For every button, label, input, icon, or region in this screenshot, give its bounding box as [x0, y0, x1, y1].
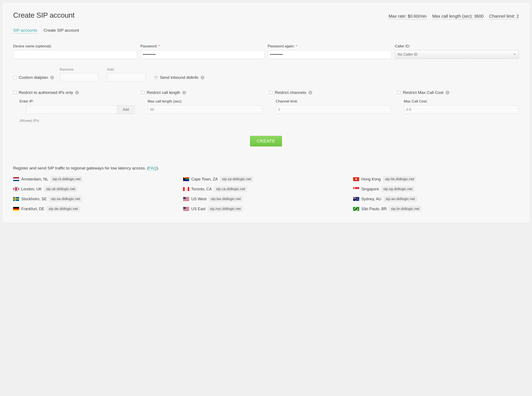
flag-icon [13, 177, 19, 181]
gateway-city: Toronto, CA [191, 187, 212, 192]
gateway-host: sip.za.didlogic.net [220, 176, 253, 182]
gateway-item: US Eastsip.nyc.didlogic.net [183, 206, 349, 212]
max-call-length: Max call length (sec): 3600 [432, 14, 484, 19]
page-title: Create SIP account [13, 11, 74, 19]
gateway-item: US Westsip.lax.didlogic.net [183, 196, 349, 202]
restrict-row: Restrict to authorised IPs only i Enter … [13, 90, 519, 123]
gateway-host: sip.lax.didlogic.net [209, 196, 243, 202]
gateway-host: sip.ca.didlogic.net [214, 186, 247, 192]
gateway-city: Sydney, AU [361, 197, 381, 201]
password-label: Password: * [140, 44, 264, 48]
gateway-host: sip.br.didlogic.net [389, 206, 421, 212]
enter-ip-label: Enter IP: [20, 99, 135, 104]
add-ip-button[interactable]: Add [117, 105, 135, 114]
header-row: Create SIP account Max rate: $0.60/min M… [13, 11, 519, 19]
flag-icon [183, 187, 189, 191]
max-call-cost-input[interactable] [404, 105, 519, 114]
gateway-city: Frankfurt, DE [21, 207, 44, 211]
send-didinfo-checkbox[interactable] [154, 76, 158, 79]
header-stats: Max rate: $0.60/min Max call length (sec… [389, 14, 519, 19]
info-icon[interactable]: i [75, 91, 79, 94]
gateway-grid: Amsterdam, NLsip.nl.didlogic.netCape Tow… [13, 176, 519, 212]
restrict-channels-checkbox[interactable] [269, 91, 273, 94]
dialplan-add-label: Add: [107, 67, 146, 72]
max-call-cost-label: Max Call Cost: [404, 99, 519, 104]
gateway-host: sip.de.didlogic.net [46, 206, 80, 212]
info-icon[interactable]: i [308, 91, 312, 94]
flag-icon [183, 197, 189, 201]
device-name-input[interactable] [13, 50, 137, 59]
gateway-item: Frankfurt, DEsip.de.didlogic.net [13, 206, 179, 212]
gateway-host: sip.se.didlogic.net [49, 196, 82, 202]
restrict-ips-label: Restrict to authorised IPs only [19, 90, 73, 95]
gateway-item: Singaporesip.sg.didlogic.net [353, 186, 519, 192]
max-rate: Max rate: $0.60/min [389, 14, 427, 19]
dialplan-remove-label: Remove: [60, 67, 98, 72]
dialplan-add-input[interactable] [107, 73, 146, 82]
caller-id-label: Caller ID: [395, 44, 519, 48]
tabs: SIP accounts Create SIP account [13, 28, 519, 33]
info-icon[interactable]: i [182, 91, 186, 94]
custom-dialplan-checkbox[interactable] [13, 76, 17, 79]
allowed-ips-label: Allowed IPs: [20, 119, 135, 123]
gateway-city: Singapore [361, 187, 379, 192]
create-button[interactable]: CREATE [250, 136, 282, 146]
caller-id-value: No Caller ID [398, 52, 418, 57]
gateway-item: London, UKsip.uk.didlogic.net [13, 186, 179, 192]
caller-id-select[interactable]: No Caller ID [395, 50, 519, 59]
gateway-item: Sydney, AUsip.au.didlogic.net [353, 196, 519, 202]
flag-icon [353, 187, 359, 191]
restrict-cost-checkbox[interactable] [397, 91, 401, 94]
gateway-host: sip.hk.didlogic.net [383, 176, 416, 182]
gateway-intro: Register and send SIP traffic to regiona… [13, 166, 519, 170]
device-name-label: Device name (optional): [13, 44, 137, 48]
dialplan-row: Custom dialplan i Remove: Add: Send inbo… [13, 67, 519, 82]
gateway-host: sip.nyc.didlogic.net [208, 206, 243, 212]
gateway-city: Stockholm, SE [21, 197, 47, 201]
password-input[interactable] [140, 50, 264, 59]
restrict-length-checkbox[interactable] [141, 91, 145, 94]
channel-limit-input[interactable] [276, 105, 391, 114]
password-again-label: Password again: * [268, 44, 392, 48]
flag-icon [13, 187, 19, 191]
gateway-item: São Paulo, BRsip.br.didlogic.net [353, 206, 519, 212]
gateway-host: sip.uk.didlogic.net [44, 186, 77, 192]
password-again-input[interactable] [268, 50, 392, 59]
tab-create-sip[interactable]: Create SIP account [44, 28, 79, 33]
form-row-main: Device name (optional): Password: * Pass… [13, 44, 519, 59]
gateway-item: Cape Town, ZAsip.za.didlogic.net [183, 176, 349, 182]
restrict-ips-checkbox[interactable] [13, 91, 17, 94]
gateway-city: US East [191, 207, 206, 211]
flag-icon [13, 197, 19, 201]
create-row: CREATE [13, 136, 519, 146]
info-icon[interactable]: i [446, 91, 449, 94]
info-icon[interactable]: i [50, 76, 54, 79]
flag-icon [353, 197, 359, 201]
gateway-city: US West [191, 197, 207, 201]
max-call-length-label: Max call length (sec): [148, 99, 263, 104]
flag-icon [13, 207, 19, 211]
main-panel: Create SIP account Max rate: $0.60/min M… [2, 2, 530, 223]
tab-sip-accounts[interactable]: SIP accounts [13, 28, 37, 33]
faq-link[interactable]: FAQ [149, 166, 157, 170]
enter-ip-input[interactable] [26, 105, 117, 114]
max-call-length-input[interactable] [148, 105, 263, 114]
gateway-item: Amsterdam, NLsip.nl.didlogic.net [13, 176, 179, 182]
restrict-channels-label: Restrict channels [275, 90, 306, 95]
flag-icon [183, 207, 189, 211]
chevron-down-icon [514, 54, 516, 55]
gateway-city: London, UK [21, 187, 42, 192]
restrict-cost-label: Restrict Max Call Cost [403, 90, 443, 95]
gateway-city: São Paulo, BR [361, 207, 387, 211]
send-didinfo-label: Send inbound didinfo [160, 75, 198, 80]
info-icon[interactable]: i [200, 76, 205, 79]
dialplan-remove-input[interactable] [60, 73, 98, 82]
gateway-host: sip.au.didlogic.net [383, 196, 417, 202]
flag-icon [183, 177, 189, 181]
gateway-host: sip.nl.didlogic.net [50, 176, 83, 182]
flag-icon [353, 177, 359, 181]
channel-limit: Channel limit: 2 [489, 14, 519, 19]
gateway-host: sip.sg.didlogic.net [381, 186, 414, 192]
gateway-city: Amsterdam, NL [21, 177, 48, 181]
channel-limit-label: Channel limit: [276, 99, 391, 104]
